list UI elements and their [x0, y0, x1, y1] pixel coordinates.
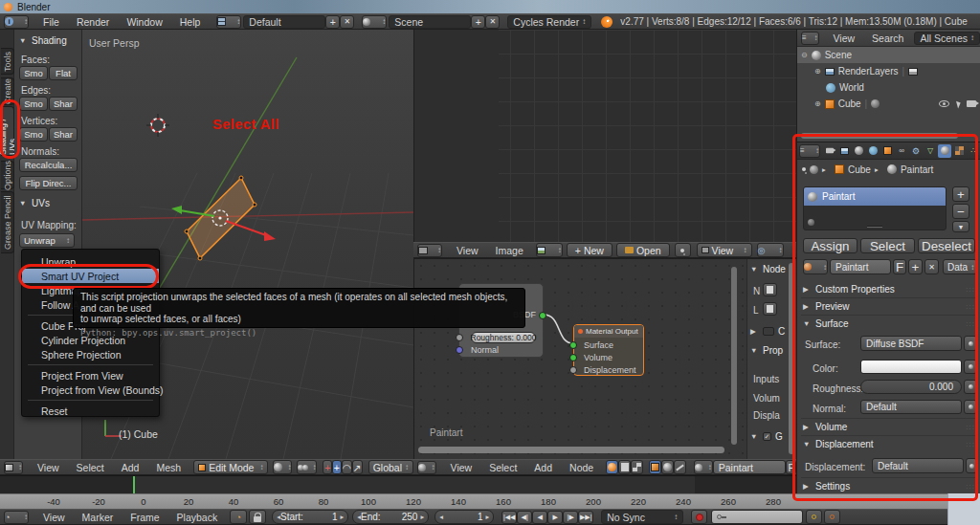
- play-button[interactable]: ▶: [547, 511, 563, 524]
- pivot-point-dropdown[interactable]: ↕: [297, 460, 317, 474]
- jump-to-start-button[interactable]: |◀◀: [501, 511, 517, 524]
- surface-node-connect-button[interactable]: [964, 336, 977, 351]
- screen-layout-icon-button[interactable]: ↕: [216, 15, 241, 29]
- selectability-cursor-icon[interactable]: [956, 99, 962, 108]
- slot-material-button[interactable]: [661, 460, 674, 474]
- normal-dropdown[interactable]: Default: [860, 400, 962, 414]
- menu-render[interactable]: Render: [68, 16, 118, 28]
- color-swatch-field[interactable]: [860, 360, 962, 374]
- tab-shading-uvs[interactable]: Shading / UVs: [1, 106, 14, 156]
- editor-type-image-button[interactable]: ↕: [417, 244, 442, 257]
- previous-keyframe-button[interactable]: ◀|: [517, 511, 532, 524]
- lock-frame-button[interactable]: [249, 510, 266, 524]
- menu-item-smart-uv-project[interactable]: Smart UV Project: [22, 269, 159, 283]
- slot-add-button[interactable]: +: [952, 186, 969, 202]
- transform-orientation-dropdown[interactable]: Global↕: [368, 460, 413, 474]
- checkbox-checked-icon[interactable]: ✓: [763, 432, 771, 441]
- image-datablock-dropdown[interactable]: ↕: [536, 243, 563, 257]
- uv-mapping-dropdown[interactable]: Unwrap↕: [19, 233, 75, 248]
- tab-tools[interactable]: Tools: [1, 48, 14, 75]
- node-menu-view[interactable]: View: [442, 462, 481, 473]
- shader-type-world-button[interactable]: [618, 460, 631, 474]
- displacement-dropdown[interactable]: Default: [872, 458, 964, 473]
- current-frame-marker[interactable]: [133, 476, 135, 494]
- image-pivot-dropdown[interactable]: ◎↕: [757, 243, 784, 257]
- material-unlink-button[interactable]: ✕: [924, 259, 939, 274]
- collapse-toggle-icon[interactable]: ⊖: [801, 51, 808, 59]
- displacement-node-connect-button[interactable]: [966, 458, 977, 473]
- assign-button[interactable]: Assign: [803, 238, 858, 253]
- scene-name-field[interactable]: Scene: [389, 15, 471, 29]
- expand-toggle-icon[interactable]: ⊕: [814, 99, 821, 108]
- insert-keyframe-button[interactable]: [806, 510, 822, 524]
- outliner-row-world[interactable]: World: [797, 79, 980, 96]
- color-node-connect-button[interactable]: [964, 360, 977, 374]
- shading-panel-header[interactable]: ▼Shading: [19, 35, 67, 46]
- menu-window[interactable]: Window: [118, 16, 170, 28]
- view3d-menu-view[interactable]: View: [29, 462, 68, 473]
- select-button[interactable]: Select: [860, 238, 915, 253]
- jump-to-end-button[interactable]: ▶▶|: [578, 511, 593, 524]
- surface-shader-dropdown[interactable]: Diffuse BSDF: [860, 336, 962, 351]
- manipulator-rotate-button[interactable]: ◠: [342, 460, 352, 474]
- tab-render-icon[interactable]: [823, 144, 836, 158]
- edges-sharp-button[interactable]: Shar: [49, 97, 78, 111]
- vertices-smooth-button[interactable]: Smo: [19, 127, 48, 142]
- surface-panel-header[interactable]: ▼Surface:::: [803, 318, 975, 329]
- outliner-menu-search[interactable]: Search: [863, 33, 912, 44]
- tab-create[interactable]: Create: [1, 77, 14, 105]
- layout-add-button[interactable]: +: [325, 15, 340, 29]
- manipulator-active-button[interactable]: +: [332, 460, 342, 474]
- image-open-button[interactable]: Open: [616, 243, 670, 257]
- tab-modifiers-icon[interactable]: ⚙: [909, 144, 923, 158]
- layout-close-button[interactable]: ✕: [340, 15, 354, 29]
- play-reverse-button[interactable]: ◀: [532, 511, 547, 524]
- tab-constraints-icon[interactable]: ∞: [895, 144, 908, 158]
- node-material-output[interactable]: Material Output Surface Volume Displacem…: [573, 324, 644, 376]
- tab-particles-icon[interactable]: ∴: [967, 144, 980, 158]
- material-output-header[interactable]: Material Output: [574, 325, 643, 338]
- renderability-camera-icon[interactable]: [967, 100, 976, 107]
- roughness-node-connect-button[interactable]: [964, 380, 977, 394]
- scene-add-button[interactable]: +: [471, 15, 485, 29]
- editor-type-timeline-button[interactable]: ◔↕: [4, 511, 29, 524]
- normal-node-connect-button[interactable]: [964, 400, 977, 414]
- auto-keyframe-button[interactable]: [691, 510, 707, 524]
- node-canvas-vscrollbar[interactable]: [731, 267, 737, 445]
- npanel-scrollbar[interactable]: [789, 263, 794, 454]
- flip-direction-button[interactable]: Flip Direc...: [19, 176, 78, 190]
- roughness-slider[interactable]: 0.000: [860, 380, 962, 394]
- node-name-field[interactable]: [763, 283, 777, 296]
- surface-input-socket[interactable]: [569, 341, 577, 349]
- editor-type-outliner-button[interactable]: ≡↕: [801, 32, 819, 45]
- node-menu-add[interactable]: Add: [525, 462, 561, 473]
- timeline-menu-view[interactable]: View: [34, 512, 74, 523]
- menu-item-reset[interactable]: Reset: [22, 404, 159, 418]
- node-prop-header[interactable]: ▼Prop: [750, 345, 783, 356]
- menu-help[interactable]: Help: [171, 16, 210, 28]
- scene-close-button[interactable]: ✕: [485, 15, 500, 29]
- preview-panel-header[interactable]: ▶Preview:::: [803, 301, 975, 312]
- visibility-eye-icon[interactable]: [939, 100, 949, 107]
- manipulator-translate-button[interactable]: +: [323, 460, 332, 474]
- breadcrumb-object[interactable]: Cube: [848, 164, 871, 175]
- end-frame-field[interactable]: ◂End:250▸: [352, 510, 429, 524]
- manipulator-scale-button[interactable]: ↗: [352, 460, 363, 474]
- menu-item-unwrap[interactable]: Unwrap: [22, 254, 159, 269]
- editor-type-3d-button[interactable]: ↕: [4, 461, 23, 474]
- settings-panel-header[interactable]: ▶Settings:::: [803, 481, 975, 492]
- current-frame-field[interactable]: ◂1▸: [434, 510, 494, 524]
- render-engine-dropdown[interactable]: Cycles Render↕: [507, 15, 591, 29]
- edges-smooth-button[interactable]: Smo: [19, 97, 48, 111]
- faces-smooth-button[interactable]: Smo: [19, 66, 48, 80]
- bsdf-output-socket[interactable]: [539, 312, 546, 319]
- view3d-menu-add[interactable]: Add: [113, 462, 148, 473]
- outliner-scope-dropdown[interactable]: All Scenes↕: [914, 32, 980, 45]
- node-panel-header[interactable]: ▼Node: [750, 264, 786, 274]
- volume-panel-header[interactable]: ▶Volume:::: [803, 422, 975, 432]
- menu-file[interactable]: File: [34, 16, 68, 28]
- slot-remove-button[interactable]: −: [952, 204, 969, 219]
- deselect-button[interactable]: Deselect: [918, 238, 975, 253]
- menu-item-project-from-view-bounds[interactable]: Project from View (Bounds): [22, 383, 159, 397]
- outliner-hscrollbar[interactable]: [801, 133, 958, 139]
